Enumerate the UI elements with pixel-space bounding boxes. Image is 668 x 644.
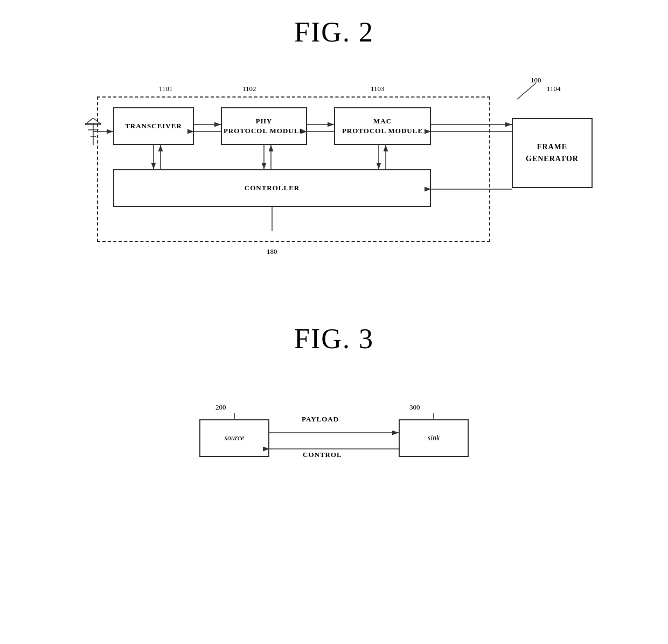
ref-1102: 1102 — [242, 85, 256, 93]
ref-1101: 1101 — [159, 85, 173, 93]
mac-box: MAC PROTOCOL MODULE — [334, 107, 431, 145]
controller-box: CONTROLLER — [113, 169, 431, 207]
ref-1103: 1103 — [371, 85, 385, 93]
fig2-title: FIG. 2 — [294, 16, 374, 48]
fig3-section: FIG. 3 200 300 source sink PAYLOAD CONTR… — [0, 307, 668, 484]
ref-100: 100 — [531, 76, 541, 85]
payload-label: PAYLOAD — [302, 415, 339, 424]
fig2-diagram: 1101 1102 1103 1104 100 TRANSCEIVER PHY … — [75, 64, 593, 269]
frame-gen-box: FRAME GENERATOR — [512, 118, 593, 188]
fig3-title: FIG. 3 — [294, 323, 374, 355]
ref-300: 300 — [409, 403, 420, 412]
page-container: FIG. 2 1101 1102 1103 1104 100 TRANSCEIV… — [0, 0, 668, 644]
svg-line-24 — [517, 83, 536, 99]
control-label: CONTROL — [303, 451, 342, 459]
source-box: source — [199, 419, 269, 457]
phy-box: PHY PROTOCOL MODULE — [221, 107, 307, 145]
sink-box: sink — [399, 419, 469, 457]
ref-200: 200 — [215, 403, 226, 412]
ref-1104: 1104 — [547, 85, 561, 93]
transceiver-box: TRANSCEIVER — [113, 107, 194, 145]
fig3-diagram: 200 300 source sink PAYLOAD CONTROL — [172, 387, 496, 484]
ref-180: 180 — [267, 247, 277, 256]
